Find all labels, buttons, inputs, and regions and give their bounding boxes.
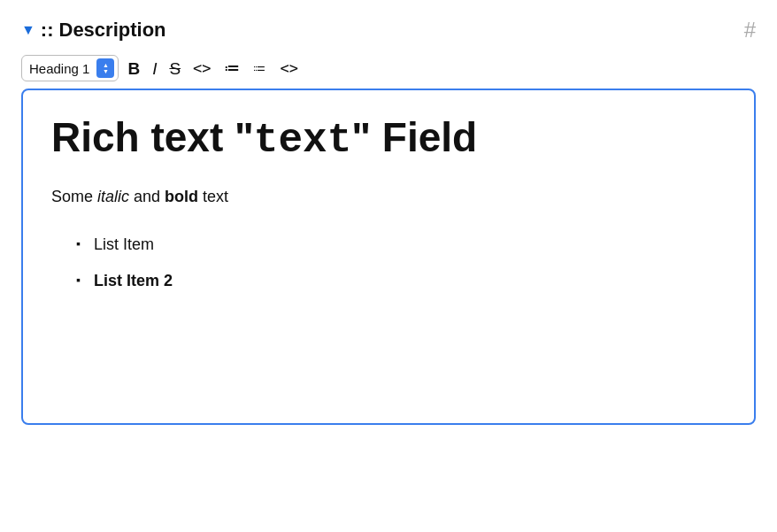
list-item: List Item xyxy=(80,227,726,263)
editor-heading: Rich text "text" Field xyxy=(51,115,726,164)
bold-button[interactable]: B xyxy=(124,58,143,79)
editor-toolbar: Heading 1 B I S <> ≔ ⩴ <> xyxy=(21,55,756,81)
list-item: List Item 2 xyxy=(80,263,726,299)
title-separator: :: xyxy=(41,19,54,42)
heading-part1: Rich text " xyxy=(51,114,254,160)
section-title: ▼ :: Description xyxy=(21,19,166,42)
para-plain3: text xyxy=(198,188,228,205)
para-plain1: Some xyxy=(51,188,97,205)
heading-select-chevron xyxy=(96,58,114,78)
para-italic: italic xyxy=(97,188,129,205)
heading-part2: " Field xyxy=(351,114,477,160)
para-bold: bold xyxy=(165,188,198,205)
italic-button[interactable]: I xyxy=(149,58,160,79)
heading-select[interactable]: Heading 1 xyxy=(21,55,119,81)
collapse-icon[interactable]: ▼ xyxy=(21,22,35,38)
hash-icon[interactable]: # xyxy=(744,18,756,42)
ordered-list-button[interactable]: ⩴ xyxy=(249,58,272,78)
heading-code: text xyxy=(254,118,351,164)
code-inline-button[interactable]: <> xyxy=(189,59,214,78)
section-title-text: Description xyxy=(59,19,166,42)
editor-paragraph: Some italic and bold text xyxy=(51,185,726,209)
bullet-list-button[interactable]: ≔ xyxy=(220,58,243,78)
section-header: ▼ :: Description # xyxy=(21,18,756,42)
para-plain2: and xyxy=(129,188,165,205)
editor-list: List Item List Item 2 xyxy=(51,227,726,299)
heading-select-label: Heading 1 xyxy=(29,61,89,76)
strikethrough-button[interactable]: S xyxy=(165,58,184,79)
rich-text-editor[interactable]: Rich text "text" Field Some italic and b… xyxy=(21,89,756,425)
code-block-button[interactable]: <> xyxy=(277,59,302,78)
